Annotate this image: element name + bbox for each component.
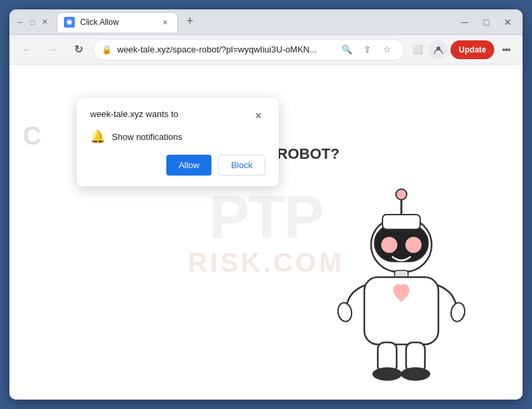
title-bar-right: ─ □ ✕ bbox=[455, 13, 517, 32]
address-actions: 🔍 ⇪ ☆ bbox=[338, 41, 396, 59]
minimize-button[interactable]: ─ bbox=[15, 17, 26, 28]
allow-button[interactable]: Allow bbox=[166, 155, 211, 176]
popup-close-button[interactable]: ✕ bbox=[252, 109, 265, 122]
minimize-win-icon[interactable]: ─ bbox=[455, 13, 474, 32]
browser-window: ─ □ ✕ Click Allow ✕ + ─ □ ✕ bbox=[9, 9, 523, 400]
close-button[interactable]: ✕ bbox=[39, 17, 50, 28]
svg-point-7 bbox=[381, 237, 397, 253]
lock-icon: 🔒 bbox=[102, 45, 112, 54]
search-icon[interactable]: 🔍 bbox=[338, 41, 356, 59]
close-win-icon[interactable]: ✕ bbox=[498, 13, 517, 32]
tab-favicon bbox=[64, 17, 75, 28]
popup-action-buttons: Allow Block bbox=[90, 155, 265, 176]
title-bar: ─ □ ✕ Click Allow ✕ + ─ □ ✕ bbox=[9, 9, 523, 35]
nav-right-controls: ⬜ Update bbox=[409, 40, 516, 59]
popup-notification-row: 🔔 Show notifications bbox=[90, 129, 265, 144]
robot-illustration bbox=[334, 178, 469, 393]
block-button[interactable]: Block bbox=[218, 155, 265, 176]
svg-point-8 bbox=[405, 237, 422, 253]
bell-icon: 🔔 bbox=[90, 129, 105, 144]
navigation-bar: ← → ↻ 🔒 week-tale.xyz/space-robot/?pl=wy… bbox=[9, 35, 523, 65]
svg-point-17 bbox=[401, 367, 430, 381]
active-tab[interactable]: Click Allow ✕ bbox=[57, 12, 178, 32]
tab-close-button[interactable]: ✕ bbox=[160, 17, 170, 28]
maximize-win-icon[interactable]: □ bbox=[477, 13, 496, 32]
share-icon[interactable]: ⇪ bbox=[358, 41, 376, 59]
bookmark-icon[interactable]: ☆ bbox=[378, 41, 396, 59]
menu-button[interactable] bbox=[497, 40, 516, 59]
refresh-button[interactable]: ↻ bbox=[67, 39, 89, 61]
window-controls: ─ □ ✕ bbox=[15, 17, 50, 28]
popup-site-text: week-tale.xyz wants to bbox=[90, 109, 178, 119]
address-bar[interactable]: 🔒 week-tale.xyz/space-robot/?pl=wyqwIiui… bbox=[93, 39, 405, 61]
url-text: week-tale.xyz/space-robot/?pl=wyqwIiui3U… bbox=[117, 44, 333, 54]
new-tab-button[interactable]: + bbox=[180, 12, 199, 31]
page-content: PTP RISK.COM C T YOU ARE NOT A ROBOT? bbox=[9, 65, 523, 400]
tab-bar: Click Allow ✕ + bbox=[57, 12, 451, 32]
svg-point-4 bbox=[396, 189, 407, 200]
profile-button[interactable] bbox=[429, 40, 448, 59]
popup-header: week-tale.xyz wants to ✕ bbox=[90, 109, 265, 122]
tab-title: Click Allow bbox=[80, 17, 154, 27]
watermark-top-text: PTP bbox=[209, 187, 323, 248]
notification-popup: week-tale.xyz wants to ✕ 🔔 Show notifica… bbox=[77, 98, 279, 186]
svg-point-15 bbox=[372, 367, 402, 381]
svg-point-13 bbox=[450, 301, 467, 322]
watermark-bottom-text: RISK.COM bbox=[188, 248, 344, 278]
forward-button[interactable]: → bbox=[42, 39, 63, 61]
popup-notification-text: Show notifications bbox=[112, 132, 182, 142]
back-button[interactable]: ← bbox=[16, 39, 38, 61]
extension-icon[interactable]: ⬜ bbox=[409, 41, 426, 59]
maximize-button[interactable]: □ bbox=[27, 17, 38, 28]
svg-point-1 bbox=[68, 21, 71, 24]
svg-rect-9 bbox=[383, 215, 420, 229]
svg-point-12 bbox=[337, 301, 354, 322]
update-button[interactable]: Update bbox=[451, 40, 494, 59]
